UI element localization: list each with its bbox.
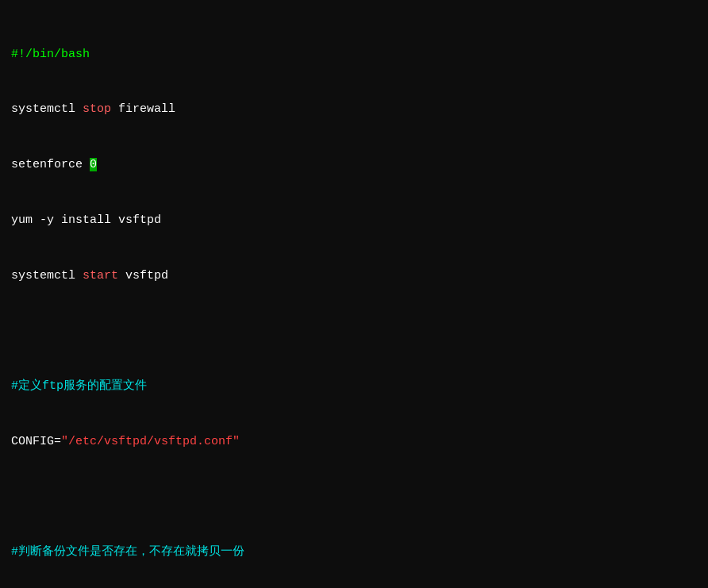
line-systemctl-start: systemctl start vsftpd bbox=[11, 267, 697, 285]
line-shebang: #!/bin/bash bbox=[11, 45, 697, 63]
line-blank2 bbox=[11, 488, 697, 506]
line-blank1 bbox=[11, 321, 697, 340]
line-systemctl-stop: systemctl stop firewall bbox=[11, 100, 697, 118]
line-setenforce: setenforce 0 bbox=[11, 156, 697, 174]
line-comment-config: #定义ftp服务的配置文件 bbox=[11, 377, 697, 395]
line-comment-backup: #判断备份文件是否存在，不存在就拷贝一份 bbox=[11, 543, 697, 561]
line-config-var: CONFIG="/etc/vsftpd/vsftpd.conf" bbox=[11, 432, 697, 451]
line-yum: yum -y install vsftpd bbox=[11, 211, 697, 229]
code-display: #!/bin/bash systemctl stop firewall sete… bbox=[11, 8, 697, 588]
